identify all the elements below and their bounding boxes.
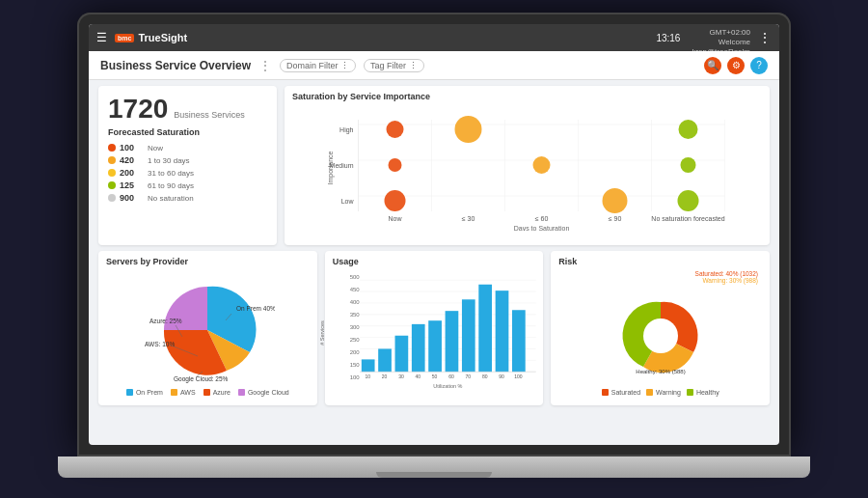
timezone: GMT+02:00 — [692, 28, 750, 38]
svg-text:80: 80 — [482, 374, 488, 379]
svg-point-20 — [455, 116, 482, 143]
usage-chart-title: Usage — [333, 257, 536, 266]
svg-text:60: 60 — [448, 374, 454, 379]
usage-y-axis: 500 450 400 350 300 250 200 150 100 — [333, 270, 360, 396]
tag-filter-tag[interactable]: Tag Filter ⋮ — [364, 59, 424, 72]
forecast-desc: Now — [148, 144, 163, 152]
svg-text:100: 100 — [514, 374, 523, 379]
settings-button[interactable]: ⚙ — [727, 57, 745, 74]
legend-google: Google Cloud — [238, 389, 289, 396]
forecast-item: 200 31 to 60 days — [108, 168, 267, 178]
svg-rect-47 — [378, 348, 392, 372]
welcome-label: Welcome — [692, 38, 750, 47]
svg-text:30: 30 — [398, 374, 404, 379]
risk-dot-healthy — [687, 389, 693, 396]
page-menu-icon[interactable]: ⋮ — [258, 58, 272, 73]
bmc-logo: bmc — [115, 34, 134, 42]
top-row: 1720 Business Services Forecasted Satura… — [98, 86, 770, 245]
legend-label-azure: Azure — [213, 389, 231, 396]
risk-legend-saturated: Saturated — [602, 389, 640, 396]
main-content: 1720 Business Services Forecasted Satura… — [89, 80, 779, 445]
legend-dot-azure — [203, 389, 210, 396]
svg-point-19 — [387, 121, 404, 138]
forecast-count: 420 — [120, 155, 144, 165]
svg-point-26 — [603, 188, 628, 213]
bubble-chart-title: Saturation by Service Importance — [292, 92, 762, 101]
forecast-desc: No saturation — [148, 194, 194, 203]
search-button[interactable]: 🔍 — [704, 57, 721, 74]
forecast-count: 125 — [120, 180, 144, 190]
svg-rect-48 — [394, 336, 408, 372]
brand: bmc TrueSight — [115, 32, 187, 43]
legend-onprem: On Prem — [126, 389, 163, 396]
risk-dot-saturated — [602, 389, 609, 396]
business-services-count: 1720 — [108, 94, 168, 124]
svg-rect-51 — [445, 311, 458, 372]
forecast-item: 900 No saturation — [108, 193, 267, 203]
pie-container: On Prem 40% Azure: 25% AWS: 10% Google C… — [106, 270, 310, 396]
risk-area: Saturated: 40% (1032) Warning: 30% (988) — [558, 270, 762, 396]
forecast-dot — [108, 156, 116, 164]
forecast-dot — [108, 194, 116, 202]
risk-chart-card: Risk Saturated: 40% (1032) Warning: 30% … — [551, 251, 770, 405]
risk-legend-warning: Warning — [646, 389, 681, 396]
svg-text:High: High — [339, 126, 354, 134]
legend-aws: AWS — [171, 389, 196, 396]
y-tick-250: 250 — [350, 337, 360, 343]
forecast-list: 100 Now 420 1 to 30 days 200 31 to 60 da… — [108, 143, 267, 203]
svg-text:≤ 60: ≤ 60 — [535, 215, 549, 222]
y-tick-500: 500 — [350, 274, 360, 280]
y-tick-100: 100 — [350, 374, 360, 380]
help-button[interactable]: ? — [750, 57, 768, 74]
legend-dot-onprem — [126, 389, 133, 396]
forecast-desc: 61 to 90 days — [148, 181, 194, 190]
svg-text:Azure: 25%: Azure: 25% — [149, 318, 182, 324]
svg-point-24 — [681, 157, 696, 173]
navbar: ☰ bmc TrueSight 13:16 22/02/2018 GMT+02:… — [89, 24, 779, 51]
svg-point-22 — [389, 158, 402, 172]
business-services-label: Business Services — [174, 110, 245, 120]
svg-point-25 — [385, 190, 406, 211]
forecast-item: 125 61 to 90 days — [108, 180, 267, 190]
usage-bar-svg: # Services — [360, 270, 536, 396]
navbar-menu-icon[interactable]: ⋮ — [758, 30, 772, 45]
hamburger-icon[interactable]: ☰ — [96, 31, 107, 44]
servers-chart-title: Servers by Provider — [106, 257, 310, 266]
svg-rect-55 — [512, 310, 526, 372]
risk-label-warning-text: Warning — [656, 389, 681, 396]
y-tick-200: 200 — [350, 349, 360, 355]
subheader: Business Service Overview ⋮ Domain Filte… — [89, 51, 779, 80]
svg-rect-49 — [412, 324, 425, 372]
svg-text:70: 70 — [465, 374, 471, 379]
laptop-shell: ☰ bmc TrueSight 13:16 22/02/2018 GMT+02:… — [58, 13, 810, 485]
laptop-base — [58, 456, 810, 478]
stats-card: 1720 Business Services Forecasted Satura… — [98, 86, 277, 245]
screen: ☰ bmc TrueSight 13:16 22/02/2018 GMT+02:… — [89, 24, 779, 445]
risk-chart-inner: Saturated: 40% (1032) Warning: 30% (988) — [558, 270, 762, 396]
svg-text:No saturation forecasted: No saturation forecasted — [651, 215, 724, 222]
bubble-chart-area: Importance High Medium Low — [292, 105, 762, 231]
app-container: ☰ bmc TrueSight 13:16 22/02/2018 GMT+02:… — [89, 24, 779, 445]
subheader-icons: 🔍 ⚙ ? — [704, 57, 768, 74]
domain-filter-tag[interactable]: Domain Filter ⋮ — [280, 59, 356, 72]
risk-label-saturated-text: Saturated — [611, 389, 640, 396]
svg-text:# Services: # Services — [319, 320, 325, 346]
forecast-count: 100 — [120, 143, 144, 152]
svg-rect-46 — [361, 359, 374, 372]
svg-rect-52 — [462, 299, 475, 372]
svg-text:Google Cloud: 25%: Google Cloud: 25% — [174, 375, 229, 383]
svg-text:On Prem 40%: On Prem 40% — [236, 305, 275, 312]
svg-text:20: 20 — [381, 374, 387, 379]
forecast-dot — [108, 181, 116, 189]
risk-donut-area: Healthy: 30% (588) — [608, 284, 714, 387]
svg-text:10: 10 — [365, 374, 370, 379]
svg-text:AWS: 10%: AWS: 10% — [145, 341, 175, 347]
bubble-chart-svg: Importance High Medium Low — [292, 105, 762, 231]
svg-text:Now: Now — [388, 215, 402, 222]
svg-rect-53 — [478, 285, 492, 372]
svg-rect-50 — [428, 320, 442, 372]
forecast-desc: 31 to 60 days — [148, 169, 194, 178]
navbar-title: TrueSight — [138, 32, 187, 43]
risk-legend: Saturated Warning Healthy — [602, 389, 719, 396]
svg-text:≤ 30: ≤ 30 — [462, 215, 475, 222]
